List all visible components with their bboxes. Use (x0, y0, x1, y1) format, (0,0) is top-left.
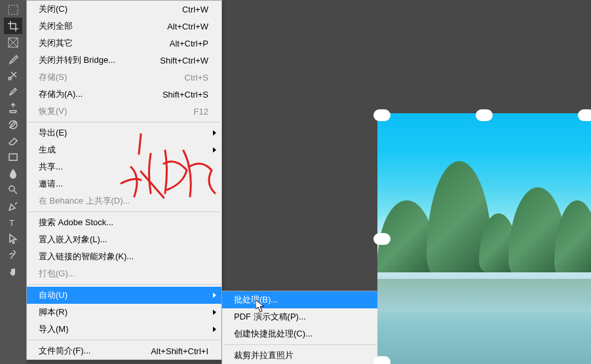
menu-item-label: 关闭并转到 Bridge... (39, 54, 115, 66)
menu-item-1[interactable]: 关闭全部Alt+Ctrl+W (27, 18, 221, 35)
menu-item-label: 关闭(C) (39, 3, 67, 15)
menu-item-shortcut: Ctrl+S (185, 73, 208, 82)
frame-tool-icon[interactable] (4, 34, 22, 50)
crop-tool-icon[interactable] (4, 18, 22, 34)
menu-item-label: 存储为(A)... (39, 88, 83, 100)
brush-tool-icon[interactable] (4, 83, 22, 100)
menu-item-label: 脚本(R) (39, 306, 67, 318)
eraser-tool-icon[interactable] (4, 132, 22, 149)
menu-item-11[interactable]: 邀请... (27, 175, 221, 192)
menu-item-23[interactable]: 文件简介(F)...Alt+Shift+Ctrl+I (27, 342, 221, 359)
menu-item-shortcut: Shift+Ctrl+S (162, 90, 208, 100)
menu-item-label: 恢复(V) (39, 105, 67, 117)
menu-item-10[interactable]: 共享... (27, 158, 221, 175)
submenu-item-1[interactable]: PDF 演示文稿(P)... (222, 308, 378, 325)
menu-item-17: 打包(G)... (27, 265, 221, 282)
tool-sidebar: T (0, 0, 26, 364)
menu-item-label: 关闭全部 (39, 20, 73, 32)
menu-item-label: 搜索 Adobe Stock... (39, 217, 113, 228)
menu-item-label: 导出(E) (39, 127, 67, 139)
menu-item-label: 置入链接的智能对象(K)... (39, 251, 134, 263)
svg-point-4 (9, 186, 14, 191)
marquee-tool-icon[interactable] (4, 1, 22, 18)
shape-tool-icon[interactable] (4, 247, 22, 263)
menu-item-label: 邀请... (39, 178, 63, 190)
hand-tool-icon[interactable] (4, 263, 22, 280)
history-brush-tool-icon[interactable] (4, 116, 22, 132)
menu-separator (223, 344, 377, 345)
svg-rect-0 (9, 5, 18, 14)
image-canvas[interactable] (377, 113, 591, 364)
menu-item-shortcut: Ctrl+W (182, 5, 208, 14)
crop-handle-top-center[interactable] (476, 109, 493, 121)
menu-item-shortcut: Alt+Ctrl+P (170, 39, 208, 48)
submenu-item-4[interactable]: 裁剪并拉直照片 (222, 347, 378, 364)
submenu-arrow-icon (213, 327, 216, 332)
menu-item-shortcut: Alt+Shift+Ctrl+I (151, 346, 208, 356)
menu-item-shortcut: Shift+Ctrl+W (160, 56, 208, 65)
menu-item-label: 导入(M) (39, 323, 69, 335)
menu-item-5[interactable]: 存储为(A)...Shift+Ctrl+S (27, 86, 221, 103)
menu-item-label: 置入嵌入对象(L)... (39, 234, 107, 246)
menu-item-19[interactable]: 自动(U) (27, 287, 221, 304)
menu-separator (28, 211, 220, 212)
menu-item-21[interactable]: 导入(M) (27, 321, 221, 338)
crop-handle-top-right[interactable] (578, 109, 591, 121)
menu-item-8[interactable]: 导出(E) (27, 124, 221, 141)
menu-item-label: 在 Behance 上共享(D)... (39, 195, 130, 207)
path-select-tool-icon[interactable] (4, 230, 22, 247)
mouse-cursor-icon (256, 300, 266, 315)
menu-separator (28, 340, 220, 340)
menu-separator (28, 122, 220, 122)
dodge-tool-icon[interactable] (4, 181, 22, 198)
menu-item-14[interactable]: 搜索 Adobe Stock... (27, 214, 221, 231)
menu-item-2[interactable]: 关闭其它Alt+Ctrl+P (27, 35, 221, 52)
rectangle-tool-icon[interactable] (4, 149, 22, 165)
eyedropper-tool-icon[interactable] (4, 50, 22, 67)
menu-item-label: 自动(U) (39, 289, 67, 301)
submenu-item-0[interactable]: 批处理(B)... (222, 291, 378, 308)
pen-tool-icon[interactable] (4, 198, 22, 214)
submenu-arrow-icon (213, 130, 216, 136)
automate-submenu: 批处理(B)...PDF 演示文稿(P)...创建快捷批处理(C)...裁剪并拉… (221, 291, 379, 364)
landscape-image (377, 113, 591, 364)
menu-item-16[interactable]: 置入链接的智能对象(K)... (27, 248, 221, 265)
submenu-arrow-icon (213, 293, 216, 298)
healing-brush-tool-icon[interactable] (4, 67, 22, 83)
svg-text:T: T (9, 218, 14, 228)
crop-handle-mid-left[interactable] (373, 233, 391, 245)
clone-stamp-tool-icon[interactable] (4, 100, 22, 116)
menu-item-12: 在 Behance 上共享(D)... (27, 192, 221, 209)
crop-handle-top-left[interactable] (373, 109, 391, 121)
menu-separator (28, 284, 220, 285)
menu-item-label: 文件简介(F)... (39, 345, 90, 357)
menu-item-label: PDF 演示文稿(P)... (234, 311, 306, 323)
menu-item-9[interactable]: 生成 (27, 141, 221, 158)
menu-item-20[interactable]: 脚本(R) (27, 304, 221, 321)
menu-item-label: 生成 (39, 144, 56, 156)
menu-item-6: 恢复(V)F12 (27, 103, 221, 120)
file-menu: 关闭(C)Ctrl+W关闭全部Alt+Ctrl+W关闭其它Alt+Ctrl+P关… (26, 0, 222, 360)
menu-item-shortcut: F12 (194, 107, 208, 117)
menu-item-label: 存储(S) (39, 71, 67, 83)
svg-rect-3 (9, 154, 17, 160)
menu-item-3[interactable]: 关闭并转到 Bridge...Shift+Ctrl+W (27, 52, 221, 69)
menu-item-label: 打包(G)... (39, 268, 75, 280)
menu-item-4: 存储(S)Ctrl+S (27, 69, 221, 86)
menu-item-0[interactable]: 关闭(C)Ctrl+W (27, 1, 221, 18)
menu-item-shortcut: Alt+Ctrl+W (167, 22, 208, 31)
menu-item-label: 共享... (39, 161, 63, 173)
submenu-item-2[interactable]: 创建快捷批处理(C)... (222, 325, 378, 342)
blur-tool-icon[interactable] (4, 165, 22, 181)
menu-item-label: 创建快捷批处理(C)... (234, 328, 313, 340)
menu-item-label: 裁剪并拉直照片 (234, 350, 294, 361)
crop-handle-bottom-left[interactable] (373, 356, 391, 364)
submenu-arrow-icon (213, 147, 216, 153)
menu-item-15[interactable]: 置入嵌入对象(L)... (27, 231, 221, 248)
type-tool-icon[interactable]: T (4, 214, 22, 230)
menu-item-label: 关闭其它 (39, 37, 73, 49)
submenu-arrow-icon (213, 310, 216, 315)
